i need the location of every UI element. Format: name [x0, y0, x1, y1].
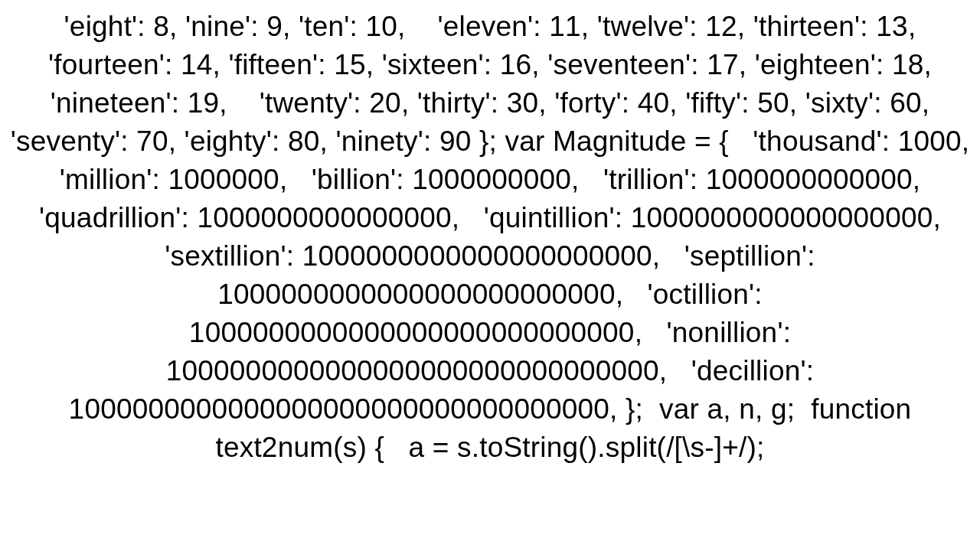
- page-container: 'eight': 8, 'nine': 9, 'ten': 10, 'eleve…: [0, 0, 980, 551]
- code-snippet: 'eight': 8, 'nine': 9, 'ten': 10, 'eleve…: [0, 0, 980, 467]
